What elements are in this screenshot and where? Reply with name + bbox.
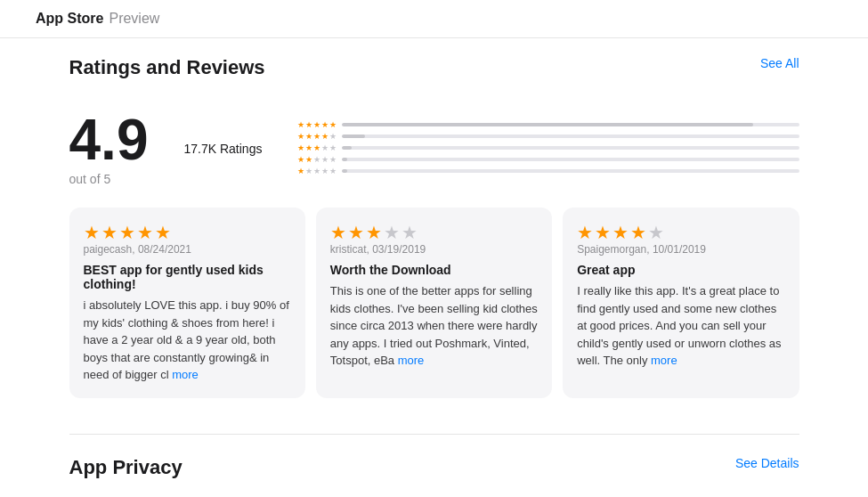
preview-label: Preview xyxy=(109,11,159,27)
ratings-section: Ratings and Reviews See All 4.9 out of 5… xyxy=(69,56,799,398)
section-divider xyxy=(69,434,799,435)
app-store-label: App Store xyxy=(36,11,103,27)
ratings-count: 17.7K Ratings xyxy=(183,142,262,156)
ratings-title: Ratings and Reviews xyxy=(69,56,265,79)
review-card: ★★★★★Spaigemorgan, 10/01/2019Great appI … xyxy=(563,208,799,398)
review-meta: kristicat, 03/19/2019 xyxy=(330,243,538,256)
review-meta: Spaigemorgan, 10/01/2019 xyxy=(577,243,784,256)
header: App Store Preview xyxy=(0,0,868,38)
privacy-header: App Privacy See Details xyxy=(69,456,799,493)
review-title: Great app xyxy=(577,263,784,277)
review-more-link[interactable]: more xyxy=(651,354,677,367)
review-stars: ★★★★★ xyxy=(84,222,291,243)
bar-row: ★★★★★ xyxy=(297,167,799,175)
review-more-link[interactable]: more xyxy=(172,368,199,381)
review-text: i absolutely LOVE this app. i buy 90% of… xyxy=(84,297,291,384)
reviews-grid: ★★★★★paigecash, 08/24/2021BEST app for g… xyxy=(69,208,799,398)
see-details-link[interactable]: See Details xyxy=(735,456,799,470)
bar-row: ★★★★★ xyxy=(297,155,799,164)
review-meta: paigecash, 08/24/2021 xyxy=(84,243,291,256)
ratings-bars: ★★★★★★★★★★★★★★★★★★★★★★★★★ xyxy=(297,120,799,178)
ratings-header: Ratings and Reviews See All xyxy=(69,56,799,94)
review-stars: ★★★★★ xyxy=(330,222,538,243)
main-content: Ratings and Reviews See All 4.9 out of 5… xyxy=(34,38,835,497)
review-more-link[interactable]: more xyxy=(398,354,425,367)
review-text: This is one of the better apps for selli… xyxy=(330,282,538,370)
bar-row: ★★★★★ xyxy=(297,132,799,141)
privacy-title: App Privacy xyxy=(69,456,183,479)
review-card: ★★★★★paigecash, 08/24/2021BEST app for g… xyxy=(69,208,305,398)
see-all-link[interactable]: See All xyxy=(760,56,799,70)
bar-row: ★★★★★ xyxy=(297,143,799,152)
review-stars: ★★★★★ xyxy=(577,222,784,243)
privacy-section: App Privacy See Details The developer, K… xyxy=(69,456,799,498)
score-block: 4.9 out of 5 xyxy=(69,111,149,186)
review-card: ★★★★★kristicat, 03/19/2019Worth the Down… xyxy=(316,208,552,398)
review-text: I really like this app. It's a great pla… xyxy=(577,282,784,370)
review-title: BEST app for gently used kids clothing! xyxy=(84,263,291,291)
ratings-summary: 4.9 out of 5 17.7K Ratings ★★★★★★★★★★★★★… xyxy=(69,111,799,186)
out-of: out of 5 xyxy=(69,172,149,186)
big-score: 4.9 xyxy=(69,111,149,168)
bar-row: ★★★★★ xyxy=(297,120,799,129)
review-title: Worth the Download xyxy=(330,263,538,277)
